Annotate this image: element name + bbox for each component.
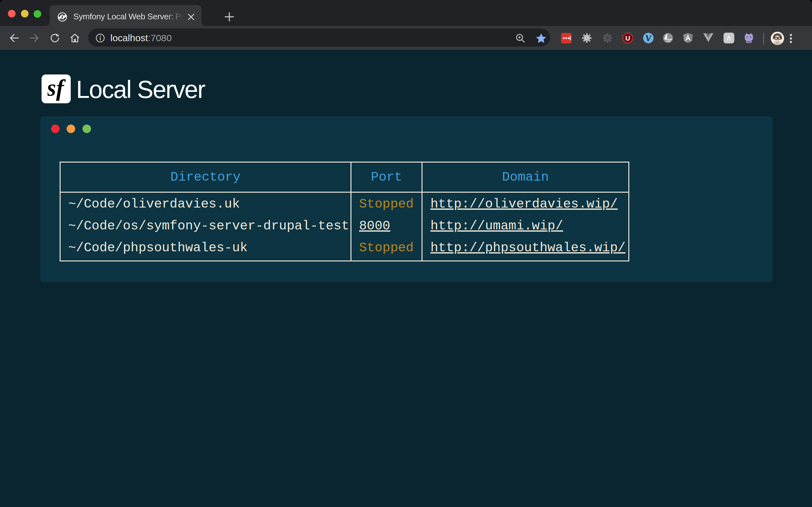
svg-text:h: h [727,33,731,43]
svg-text:U: U [625,35,630,42]
svg-text:sf: sf [48,77,66,101]
